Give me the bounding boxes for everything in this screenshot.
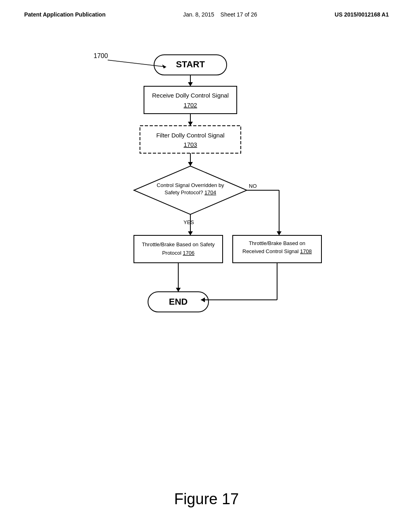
throttle-no-node: Throttle/Brake Based on (249, 240, 305, 246)
svg-line-0 (108, 60, 166, 67)
diagram-label: 1700 (94, 52, 108, 59)
page-header: Patent Application Publication Jan. 8, 2… (0, 0, 413, 18)
date-sheet-label: Jan. 8, 2015 Sheet 17 of 26 (183, 11, 257, 18)
sheet-label: Sheet 17 of 26 (221, 11, 257, 18)
publication-label: Patent Application Publication (24, 11, 106, 18)
svg-rect-5 (144, 86, 237, 114)
svg-marker-28 (201, 297, 205, 302)
start-node: START (176, 59, 205, 69)
flowchart-container: 1700 START Receive Dolly Control Signal … (0, 26, 413, 372)
svg-marker-12 (188, 162, 193, 166)
filter-node: Filter Dolly Control Signal (156, 132, 224, 139)
svg-text:1702: 1702 (184, 102, 197, 108)
svg-text:Safety Protocol? 1704: Safety Protocol? 1704 (165, 189, 216, 195)
decision-node: Control Signal Overridden by (157, 182, 224, 188)
svg-marker-25 (176, 288, 181, 292)
svg-rect-9 (140, 126, 241, 153)
svg-text:Protocol 1706: Protocol 1706 (162, 250, 194, 256)
yes-label: YES (184, 219, 194, 225)
svg-text:Received Control Signal 1708: Received Control Signal 1708 (242, 248, 312, 254)
svg-marker-16 (188, 231, 193, 235)
patent-number-label: US 2015/0012168 A1 (335, 11, 389, 18)
flowchart-svg: 1700 START Receive Dolly Control Signal … (81, 34, 332, 364)
svg-marker-4 (188, 82, 193, 86)
receive-node: Receive Dolly Control Signal (152, 92, 229, 99)
end-node: END (169, 297, 188, 307)
svg-marker-8 (188, 122, 193, 126)
svg-rect-20 (134, 235, 223, 263)
throttle-yes-node: Throttle/Brake Based on Safety (142, 241, 215, 247)
svg-marker-19 (277, 231, 282, 235)
date-label: Jan. 8, 2015 (183, 11, 214, 18)
no-label: NO (249, 183, 257, 189)
svg-text:1703: 1703 (184, 141, 197, 148)
figure-caption: Figure 17 (174, 490, 239, 507)
